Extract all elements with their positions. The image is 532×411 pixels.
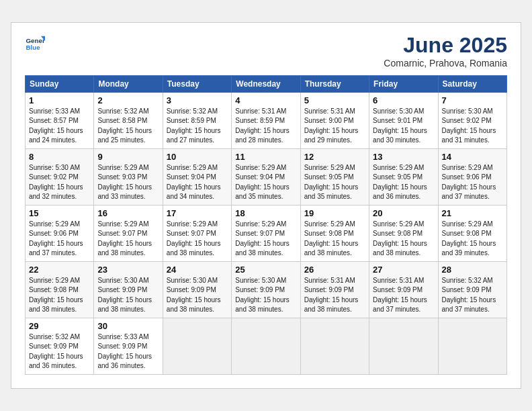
- day-info: Sunrise: 5:33 AM Sunset: 9:09 PM Dayligh…: [97, 332, 159, 371]
- col-header-monday: Monday: [94, 75, 163, 92]
- calendar-cell: 1Sunrise: 5:33 AM Sunset: 8:57 PM Daylig…: [26, 92, 94, 148]
- day-number: 7: [442, 95, 503, 105]
- calendar-cell: 18Sunrise: 5:29 AM Sunset: 9:07 PM Dayli…: [232, 205, 300, 261]
- day-info: Sunrise: 5:31 AM Sunset: 8:59 PM Dayligh…: [235, 107, 296, 146]
- logo-icon: General Blue: [25, 34, 45, 54]
- day-number: 18: [235, 208, 296, 218]
- day-number: 16: [97, 208, 159, 218]
- day-info: Sunrise: 5:29 AM Sunset: 9:08 PM Dayligh…: [373, 220, 434, 259]
- week-row-4: 22Sunrise: 5:29 AM Sunset: 9:08 PM Dayli…: [26, 261, 507, 318]
- day-info: Sunrise: 5:32 AM Sunset: 8:59 PM Dayligh…: [167, 107, 228, 146]
- day-number: 24: [167, 265, 228, 275]
- calendar-cell: 12Sunrise: 5:29 AM Sunset: 9:05 PM Dayli…: [300, 148, 369, 205]
- day-info: Sunrise: 5:30 AM Sunset: 9:01 PM Dayligh…: [373, 107, 434, 146]
- day-info: Sunrise: 5:29 AM Sunset: 9:07 PM Dayligh…: [235, 220, 296, 259]
- title-block: June 2025 Comarnic, Prahova, Romania: [384, 34, 507, 68]
- calendar-cell: [438, 318, 506, 374]
- day-info: Sunrise: 5:29 AM Sunset: 9:07 PM Dayligh…: [167, 220, 228, 259]
- day-info: Sunrise: 5:29 AM Sunset: 9:06 PM Dayligh…: [442, 163, 503, 202]
- calendar-cell: 27Sunrise: 5:31 AM Sunset: 9:09 PM Dayli…: [369, 261, 438, 318]
- day-number: 30: [97, 321, 159, 331]
- day-number: 11: [235, 152, 296, 162]
- calendar-cell: 5Sunrise: 5:31 AM Sunset: 9:00 PM Daylig…: [300, 92, 369, 148]
- week-row-5: 29Sunrise: 5:32 AM Sunset: 9:09 PM Dayli…: [26, 318, 507, 374]
- day-info: Sunrise: 5:29 AM Sunset: 9:07 PM Dayligh…: [97, 220, 159, 259]
- calendar-cell: 10Sunrise: 5:29 AM Sunset: 9:04 PM Dayli…: [163, 148, 231, 205]
- calendar-cell: 16Sunrise: 5:29 AM Sunset: 9:07 PM Dayli…: [94, 205, 163, 261]
- header-row: SundayMondayTuesdayWednesdayThursdayFrid…: [26, 75, 507, 92]
- day-number: 21: [442, 208, 503, 218]
- calendar-cell: 25Sunrise: 5:30 AM Sunset: 9:09 PM Dayli…: [232, 261, 300, 318]
- calendar-cell: 30Sunrise: 5:33 AM Sunset: 9:09 PM Dayli…: [94, 318, 163, 374]
- day-info: Sunrise: 5:30 AM Sunset: 9:09 PM Dayligh…: [235, 276, 296, 315]
- svg-text:Blue: Blue: [26, 44, 41, 51]
- calendar-cell: 13Sunrise: 5:29 AM Sunset: 9:05 PM Dayli…: [369, 148, 438, 205]
- day-info: Sunrise: 5:29 AM Sunset: 9:08 PM Dayligh…: [304, 220, 365, 259]
- day-number: 12: [304, 152, 365, 162]
- calendar-cell: 24Sunrise: 5:30 AM Sunset: 9:09 PM Dayli…: [163, 261, 231, 318]
- week-row-1: 1Sunrise: 5:33 AM Sunset: 8:57 PM Daylig…: [26, 92, 507, 148]
- day-info: Sunrise: 5:29 AM Sunset: 9:08 PM Dayligh…: [442, 220, 503, 259]
- calendar-cell: 7Sunrise: 5:30 AM Sunset: 9:02 PM Daylig…: [438, 92, 506, 148]
- svg-text:General: General: [26, 37, 46, 44]
- day-number: 3: [167, 95, 228, 105]
- day-info: Sunrise: 5:30 AM Sunset: 9:09 PM Dayligh…: [97, 276, 159, 315]
- week-row-2: 8Sunrise: 5:30 AM Sunset: 9:02 PM Daylig…: [26, 148, 507, 205]
- calendar-cell: 20Sunrise: 5:29 AM Sunset: 9:08 PM Dayli…: [369, 205, 438, 261]
- calendar-cell: 23Sunrise: 5:30 AM Sunset: 9:09 PM Dayli…: [94, 261, 163, 318]
- day-number: 15: [29, 208, 90, 218]
- calendar-cell: 21Sunrise: 5:29 AM Sunset: 9:08 PM Dayli…: [438, 205, 506, 261]
- day-info: Sunrise: 5:29 AM Sunset: 9:04 PM Dayligh…: [235, 163, 296, 202]
- calendar-cell: 8Sunrise: 5:30 AM Sunset: 9:02 PM Daylig…: [26, 148, 94, 205]
- day-number: 29: [29, 321, 90, 331]
- calendar-cell: [163, 318, 231, 374]
- day-number: 14: [442, 152, 503, 162]
- day-info: Sunrise: 5:32 AM Sunset: 9:09 PM Dayligh…: [29, 332, 90, 371]
- day-info: Sunrise: 5:29 AM Sunset: 9:05 PM Dayligh…: [304, 163, 365, 202]
- day-number: 27: [373, 265, 434, 275]
- day-info: Sunrise: 5:29 AM Sunset: 9:04 PM Dayligh…: [167, 163, 228, 202]
- day-number: 4: [235, 95, 296, 105]
- day-info: Sunrise: 5:29 AM Sunset: 9:06 PM Dayligh…: [29, 220, 90, 259]
- day-number: 28: [442, 265, 503, 275]
- col-header-tuesday: Tuesday: [163, 75, 231, 92]
- calendar-cell: 3Sunrise: 5:32 AM Sunset: 8:59 PM Daylig…: [163, 92, 231, 148]
- calendar-cell: 17Sunrise: 5:29 AM Sunset: 9:07 PM Dayli…: [163, 205, 231, 261]
- day-info: Sunrise: 5:30 AM Sunset: 9:02 PM Dayligh…: [29, 163, 90, 202]
- calendar-cell: 15Sunrise: 5:29 AM Sunset: 9:06 PM Dayli…: [26, 205, 94, 261]
- calendar-table: SundayMondayTuesdayWednesdayThursdayFrid…: [25, 75, 507, 375]
- calendar-cell: 4Sunrise: 5:31 AM Sunset: 8:59 PM Daylig…: [232, 92, 300, 148]
- day-number: 23: [97, 265, 159, 275]
- day-number: 22: [29, 265, 90, 275]
- day-info: Sunrise: 5:32 AM Sunset: 8:58 PM Dayligh…: [97, 107, 159, 146]
- day-info: Sunrise: 5:31 AM Sunset: 9:00 PM Dayligh…: [304, 107, 365, 146]
- calendar-cell: 2Sunrise: 5:32 AM Sunset: 8:58 PM Daylig…: [94, 92, 163, 148]
- day-number: 9: [97, 152, 159, 162]
- week-row-3: 15Sunrise: 5:29 AM Sunset: 9:06 PM Dayli…: [26, 205, 507, 261]
- col-header-thursday: Thursday: [300, 75, 369, 92]
- calendar-cell: 11Sunrise: 5:29 AM Sunset: 9:04 PM Dayli…: [232, 148, 300, 205]
- day-number: 19: [304, 208, 365, 218]
- logo: General Blue: [25, 34, 45, 54]
- calendar-header: General Blue June 2025 Comarnic, Prahova…: [25, 34, 507, 68]
- day-info: Sunrise: 5:32 AM Sunset: 9:09 PM Dayligh…: [442, 276, 503, 315]
- col-header-wednesday: Wednesday: [232, 75, 300, 92]
- day-info: Sunrise: 5:29 AM Sunset: 9:08 PM Dayligh…: [29, 276, 90, 315]
- calendar-cell: 6Sunrise: 5:30 AM Sunset: 9:01 PM Daylig…: [369, 92, 438, 148]
- day-info: Sunrise: 5:31 AM Sunset: 9:09 PM Dayligh…: [304, 276, 365, 315]
- col-header-sunday: Sunday: [26, 75, 94, 92]
- calendar-cell: 26Sunrise: 5:31 AM Sunset: 9:09 PM Dayli…: [300, 261, 369, 318]
- calendar-cell: 29Sunrise: 5:32 AM Sunset: 9:09 PM Dayli…: [26, 318, 94, 374]
- day-number: 5: [304, 95, 365, 105]
- day-number: 13: [373, 152, 434, 162]
- day-number: 17: [167, 208, 228, 218]
- day-info: Sunrise: 5:31 AM Sunset: 9:09 PM Dayligh…: [373, 276, 434, 315]
- day-info: Sunrise: 5:29 AM Sunset: 9:03 PM Dayligh…: [97, 163, 159, 202]
- calendar-title: June 2025: [384, 34, 507, 57]
- calendar-cell: 22Sunrise: 5:29 AM Sunset: 9:08 PM Dayli…: [26, 261, 94, 318]
- day-number: 1: [29, 95, 90, 105]
- day-number: 25: [235, 265, 296, 275]
- calendar-cell: [300, 318, 369, 374]
- calendar-subtitle: Comarnic, Prahova, Romania: [384, 58, 507, 68]
- calendar-cell: [369, 318, 438, 374]
